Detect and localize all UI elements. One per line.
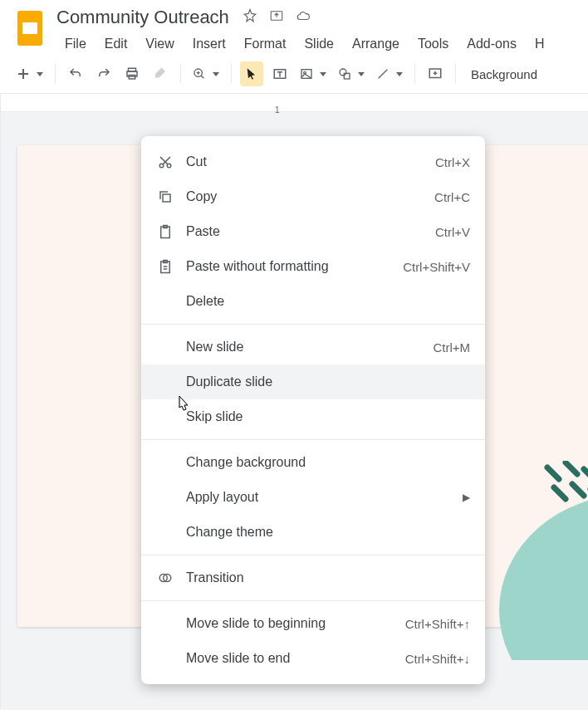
ctx-label: Apply layout (186, 490, 463, 505)
ctx-shortcut: Ctrl+M (433, 340, 470, 355)
ruler: 1 (1, 94, 588, 112)
text-box-tool[interactable] (268, 61, 292, 86)
ctx-label: Change theme (186, 525, 470, 540)
ctx-shortcut: Ctrl+C (434, 190, 470, 204)
svg-point-20 (499, 494, 588, 660)
ctx-paste-without-formatting[interactable]: Paste without formattingCtrl+Shift+V (141, 249, 485, 284)
background-button[interactable]: Background (464, 67, 544, 81)
redo-button[interactable] (92, 61, 115, 86)
ctx-shortcut: Ctrl+Shift+V (403, 260, 470, 274)
select-tool[interactable] (240, 61, 263, 86)
svg-point-21 (159, 164, 164, 168)
ctx-label: Move slide to beginning (186, 616, 405, 631)
ctx-label: Paste (186, 224, 435, 239)
document-title[interactable]: Community Outreach (56, 7, 229, 28)
menu-tools[interactable]: Tools (409, 33, 457, 55)
ctx-copy[interactable]: CopyCtrl+C (141, 179, 485, 214)
blank-icon (156, 408, 174, 426)
blank-icon (156, 373, 174, 391)
ctx-move-slide-to-end[interactable]: Move slide to endCtrl+Shift+↓ (141, 641, 485, 676)
print-button[interactable] (120, 61, 144, 86)
line-tool[interactable] (373, 61, 406, 86)
menubar: File Edit View Insert Format Slide Arran… (56, 33, 575, 55)
cursor-icon (174, 394, 193, 418)
zoom-button[interactable] (189, 61, 223, 86)
svg-point-22 (167, 164, 171, 168)
ctx-shortcut: Ctrl+Shift+↓ (405, 652, 470, 666)
svg-rect-23 (163, 194, 170, 202)
ctx-label: Copy (186, 189, 434, 204)
star-icon[interactable] (243, 8, 257, 27)
cut-icon (156, 153, 174, 171)
svg-point-10 (340, 69, 346, 76)
menu-view[interactable]: View (137, 33, 182, 55)
paint-format-button[interactable] (149, 61, 172, 86)
menu-help[interactable]: H (527, 33, 553, 55)
transition-icon (156, 569, 174, 587)
ctx-label: Paste without formatting (186, 259, 403, 274)
ctx-label: New slide (186, 340, 433, 355)
ctx-shortcut: Ctrl+X (435, 155, 470, 169)
menu-slide[interactable]: Slide (296, 33, 342, 55)
ctx-label: Delete (186, 294, 470, 309)
ctx-new-slide[interactable]: New slideCtrl+M (141, 330, 485, 364)
blank-icon (156, 453, 174, 472)
chevron-right-icon: ▶ (463, 492, 470, 503)
ctx-label: Duplicate slide (186, 374, 470, 389)
ctx-move-slide-to-beginning[interactable]: Move slide to beginningCtrl+Shift+↑ (141, 606, 485, 641)
image-tool[interactable] (296, 61, 330, 86)
cloud-icon[interactable] (296, 8, 311, 27)
ctx-cut[interactable]: CutCtrl+X (141, 144, 485, 179)
menu-arrange[interactable]: Arrange (344, 33, 408, 55)
blank-icon (156, 488, 174, 506)
blank-icon (156, 614, 174, 633)
new-slide-button[interactable] (13, 61, 47, 86)
menu-edit[interactable]: Edit (96, 33, 136, 55)
blank-icon (156, 292, 174, 311)
toolbar: Background (0, 55, 588, 94)
move-icon[interactable] (269, 8, 284, 27)
ctx-skip-slide[interactable]: Skip slide (141, 399, 485, 434)
ctx-label: Cut (186, 154, 435, 169)
menu-file[interactable]: File (56, 33, 95, 55)
context-menu: CutCtrl+XCopyCtrl+CPasteCtrl+VPaste with… (141, 136, 485, 684)
ctx-duplicate-slide[interactable]: Duplicate slide (141, 364, 485, 399)
ctx-label: Change background (186, 455, 470, 470)
undo-button[interactable] (64, 61, 87, 86)
menu-insert[interactable]: Insert (184, 33, 234, 55)
ctx-apply-layout[interactable]: Apply layout▶ (141, 480, 485, 515)
svg-rect-1 (22, 22, 37, 34)
copy-icon (156, 188, 174, 206)
ctx-delete[interactable]: Delete (141, 284, 485, 319)
ctx-transition[interactable]: Transition (141, 560, 485, 595)
menu-addons[interactable]: Add-ons (458, 33, 525, 55)
slides-logo[interactable] (13, 7, 47, 50)
blank-icon (156, 649, 174, 668)
ctx-shortcut: Ctrl+V (435, 225, 470, 239)
blank-icon (156, 523, 174, 541)
shape-tool[interactable] (335, 61, 368, 86)
ctx-label: Skip slide (186, 409, 470, 424)
ctx-shortcut: Ctrl+Shift+↑ (405, 617, 470, 631)
menu-format[interactable]: Format (236, 33, 295, 55)
ctx-change-theme[interactable]: Change theme (141, 515, 485, 550)
svg-rect-11 (344, 73, 350, 79)
comment-button[interactable] (424, 61, 447, 86)
blank-icon (156, 338, 174, 356)
ctx-label: Transition (186, 570, 470, 585)
ctx-change-background[interactable]: Change background (141, 445, 485, 480)
ctx-paste[interactable]: PasteCtrl+V (141, 214, 485, 249)
paste-icon (156, 223, 174, 241)
paste-plain-icon (156, 257, 174, 276)
ctx-label: Move slide to end (186, 651, 405, 666)
